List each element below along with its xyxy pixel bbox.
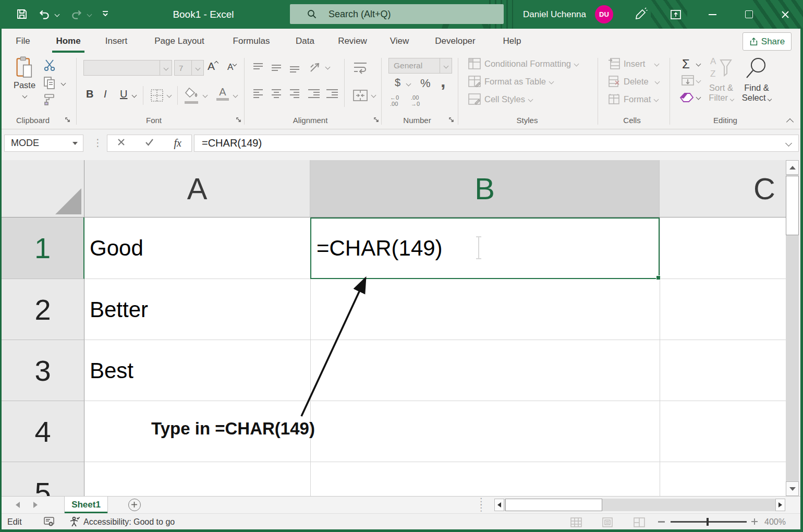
copy-icon[interactable] [43,76,56,92]
sort-filter-button[interactable]: AZ Sort & Filter [705,56,737,103]
scroll-left-button[interactable] [494,499,504,511]
font-size-select[interactable]: 7 [174,60,204,76]
horizontal-scroll-thumb[interactable] [505,499,602,511]
normal-view-icon[interactable] [570,517,582,529]
scroll-right-button[interactable] [775,499,785,511]
enter-icon[interactable] [145,138,154,148]
tab-developer[interactable]: Developer [431,29,479,52]
increase-font-size-button[interactable]: A [208,60,218,72]
column-header-c[interactable]: C [660,160,786,217]
zoom-slider-handle[interactable] [707,518,709,526]
italic-button[interactable]: I [104,88,107,100]
delete-cells-button[interactable]: Delete [607,76,659,87]
accounting-format-button[interactable]: $ [395,77,400,89]
underline-button[interactable]: U [120,88,127,100]
cancel-icon[interactable] [117,138,125,148]
horizontal-scrollbar[interactable] [494,499,785,511]
redo-button[interactable] [70,8,83,23]
prev-sheet-icon[interactable] [16,502,20,508]
tab-insert[interactable]: Insert [102,29,130,52]
zoom-level[interactable]: 400% [764,514,786,530]
align-right-button[interactable] [289,88,300,102]
fill-handle[interactable] [656,275,661,280]
bold-button[interactable]: B [86,88,93,100]
alignment-dialog-launcher-icon[interactable] [373,116,380,126]
fill-color-button[interactable] [185,87,199,104]
merge-center-button[interactable] [352,88,368,105]
cell-a2[interactable]: Better [90,279,148,340]
fill-button[interactable] [681,75,695,88]
avatar[interactable]: DU [595,5,613,23]
name-box-resize-dots[interactable]: ⋮ [93,134,103,151]
find-select-button[interactable]: Find & Select [740,56,773,103]
vertical-scroll-thumb[interactable] [786,176,799,235]
borders-icon[interactable] [150,89,164,104]
feedback-pen-icon[interactable] [634,7,648,23]
name-box-dropdown-icon[interactable] [72,142,78,145]
column-header-b[interactable]: B [310,160,660,217]
row-header-5[interactable]: 5 [2,462,84,496]
quick-access-customize-icon[interactable] [101,10,110,20]
save-icon[interactable] [16,8,28,22]
vertical-scrollbar[interactable] [786,160,799,496]
maximize-button[interactable] [737,0,760,29]
row-header-3[interactable]: 3 [2,340,84,401]
font-color-button[interactable]: A [216,86,229,101]
fill-dropdown-icon[interactable] [696,78,701,83]
redo-dropdown-icon[interactable] [87,12,92,17]
paste-button[interactable]: Paste [9,56,40,108]
add-sheet-button[interactable] [128,499,141,511]
orientation-dropdown-icon[interactable] [325,65,331,70]
row-header-2[interactable]: 2 [2,279,84,340]
accounting-dropdown-icon[interactable] [406,81,411,87]
comma-style-button[interactable]: , [441,71,445,91]
percent-style-button[interactable]: % [420,77,431,90]
row-header-1[interactable]: 1 [2,217,84,279]
clear-button[interactable] [679,91,694,106]
increase-decimal-button[interactable]: ←0 .00 [390,94,408,107]
autosum-dropdown-icon[interactable] [696,62,701,67]
font-color-dropdown-icon[interactable] [233,93,238,98]
wrap-text-button[interactable] [352,60,368,78]
borders-dropdown-icon[interactable] [167,93,172,98]
format-cells-button[interactable]: Format [608,93,658,105]
expand-formula-bar-icon[interactable] [785,140,792,147]
format-as-table-button[interactable]: Format as Table [468,76,553,87]
decrease-decimal-button[interactable]: .00 →0 [411,94,429,107]
tab-view[interactable]: View [388,29,410,52]
undo-button[interactable] [38,8,51,23]
number-dialog-launcher-icon[interactable] [448,116,455,126]
accessibility-icon[interactable] [69,516,80,530]
align-center-button[interactable] [271,88,282,102]
cell-a1[interactable]: Good [90,217,143,279]
clear-dropdown-icon[interactable] [696,95,701,100]
ribbon-display-options-icon[interactable] [670,8,682,23]
close-button[interactable] [774,0,797,29]
tab-review[interactable]: Review [336,29,369,52]
fill-color-dropdown-icon[interactable] [203,93,208,98]
name-box[interactable]: MODE [4,135,83,152]
orientation-button[interactable] [309,60,322,76]
align-left-button[interactable] [252,88,264,102]
tab-home[interactable]: Home [52,29,84,52]
decrease-font-size-button[interactable]: A [227,62,236,72]
account-name[interactable]: Daniel Uchenna [512,0,586,29]
row-header-4[interactable]: 4 [2,401,84,462]
page-layout-view-icon[interactable] [602,517,613,529]
autosum-button[interactable]: Σ [682,57,690,71]
font-dialog-launcher-icon[interactable] [236,116,242,126]
scroll-up-button[interactable] [786,160,799,175]
zoom-slider-track[interactable] [671,521,747,523]
zoom-out-button[interactable] [658,521,665,523]
sheet-tab-sheet1[interactable]: Sheet1 [64,497,108,513]
insert-cells-button[interactable]: Insert [608,58,659,69]
cell-styles-button[interactable]: Cell Styles [468,93,532,105]
tab-scrollbar-splitter[interactable]: ⋮⋮ [477,499,485,511]
align-top-button[interactable] [252,62,264,76]
copy-dropdown-icon[interactable] [61,81,66,86]
font-name-select[interactable] [83,60,172,76]
decrease-indent-button[interactable] [307,88,321,102]
column-header-a[interactable]: A [84,160,310,217]
tab-page-layout[interactable]: Page Layout [151,29,208,52]
scroll-down-button[interactable] [786,481,799,496]
